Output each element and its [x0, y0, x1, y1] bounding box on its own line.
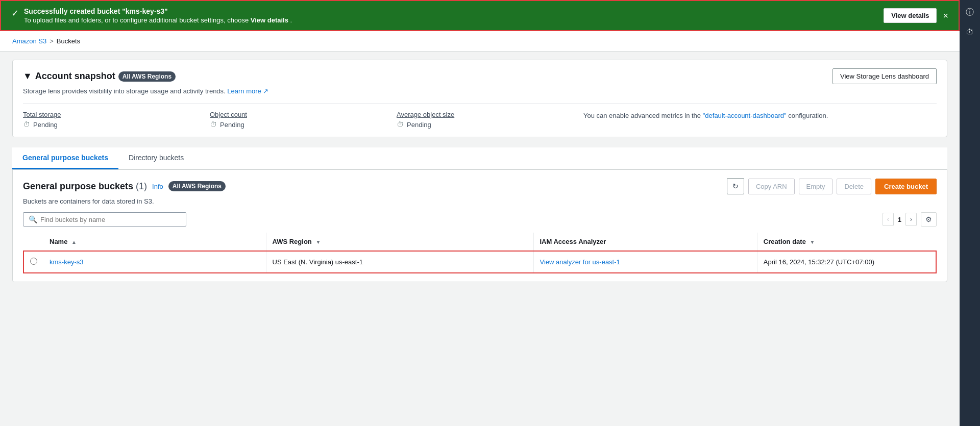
table-settings-button[interactable]: ⚙: [921, 212, 937, 227]
row-radio-input[interactable]: [30, 258, 37, 265]
metric-advanced: You can enable advanced metrics in the "…: [583, 111, 937, 129]
breadcrumb-current: Buckets: [57, 37, 80, 45]
chevron-right-icon: ›: [910, 216, 912, 223]
table-body: kms-key-s3 US East (N. Virginia) us-east…: [23, 251, 936, 273]
regions-badge: All AWS Regions: [168, 181, 226, 191]
row-radio-cell[interactable]: [23, 251, 43, 273]
pagination-next-button[interactable]: ›: [905, 213, 917, 226]
buckets-description: Buckets are containers for data stored i…: [23, 197, 937, 205]
gear-icon: ⚙: [925, 215, 932, 223]
sort-name-icon: ▲: [71, 239, 77, 245]
refresh-button[interactable]: ↻: [727, 178, 744, 194]
info-icon: ⓘ: [966, 8, 974, 16]
empty-button[interactable]: Empty: [799, 179, 833, 194]
total-storage-value: ⏱ Pending: [23, 120, 200, 129]
row-name-cell: kms-key-s3: [43, 251, 266, 273]
storage-lens-button[interactable]: View Storage Lens dashboard: [832, 68, 937, 84]
buckets-section: General purpose buckets (1) Info All AWS…: [12, 169, 947, 282]
breadcrumb-separator: >: [50, 37, 54, 45]
buckets-title-row: General purpose buckets (1) Info All AWS…: [23, 181, 226, 192]
buckets-actions: ↻ Copy ARN Empty Delete Create bucket: [727, 178, 937, 194]
snapshot-header: ▼ Account snapshot All AWS Regions View …: [23, 68, 937, 84]
search-input[interactable]: [40, 216, 181, 223]
notification-subtitle: To upload files and folders, or to confi…: [24, 16, 292, 24]
right-icon-panel: ⓘ ⏱: [960, 0, 980, 290]
snapshot-title-text: Account snapshot: [35, 71, 115, 82]
buckets-table: Name ▲ AWS Region ▼ IAM Access Analyzer …: [23, 233, 937, 273]
close-notification-button[interactable]: ×: [943, 11, 948, 20]
breadcrumb-section: Amazon S3 > Buckets: [0, 31, 960, 52]
total-storage-label[interactable]: Total storage: [23, 111, 200, 118]
object-count-label[interactable]: Object count: [210, 111, 386, 118]
buckets-header: General purpose buckets (1) Info All AWS…: [23, 178, 937, 194]
buckets-section-title: General purpose buckets (1): [23, 181, 147, 192]
snapshot-title: ▼ Account snapshot All AWS Regions: [23, 71, 176, 82]
history-icon: ⏱: [966, 28, 974, 37]
sort-date-icon: ▼: [810, 239, 815, 245]
table-header-iam: IAM Access Analyzer: [533, 233, 757, 251]
default-dashboard-link[interactable]: "default-account-dashboard": [703, 112, 789, 119]
buckets-count: (1): [136, 181, 147, 191]
iam-analyzer-link[interactable]: View analyzer for us-east-1: [540, 258, 620, 266]
avg-object-size-label[interactable]: Average object size: [397, 111, 573, 118]
search-icon: 🔍: [29, 215, 37, 223]
metric-avg-size: Average object size ⏱ Pending: [397, 111, 583, 129]
clock-icon-1: ⏱: [23, 120, 30, 129]
tabs-container: General purpose buckets Directory bucket…: [12, 147, 947, 169]
snapshot-description: Storage lens provides visibility into st…: [23, 87, 937, 95]
page-number: 1: [898, 216, 901, 223]
table-header-name[interactable]: Name ▲: [43, 233, 266, 251]
external-link-icon: ↗: [263, 87, 268, 95]
history-icon-button[interactable]: ⏱: [963, 25, 977, 40]
snapshot-region-badge: All AWS Regions: [118, 71, 176, 82]
metric-object-count: Object count ⏱ Pending: [210, 111, 397, 129]
notification-actions: View details ×: [884, 8, 948, 23]
metric-total-storage: Total storage ⏱ Pending: [23, 111, 210, 129]
clock-icon-2: ⏱: [210, 120, 217, 129]
table-header-radio: [23, 233, 43, 251]
snapshot-metrics: Total storage ⏱ Pending Object count ⏱ P…: [23, 103, 937, 129]
table-header-region[interactable]: AWS Region ▼: [266, 233, 533, 251]
row-region-cell: US East (N. Virginia) us-east-1: [266, 251, 533, 273]
chevron-left-icon: ‹: [887, 216, 889, 223]
breadcrumb: Amazon S3 > Buckets: [12, 37, 947, 45]
notification-bar: ✓ Successfully created bucket "kms-key-s…: [0, 0, 960, 31]
page-content: ▼ Account snapshot All AWS Regions View …: [0, 52, 960, 290]
refresh-icon: ↻: [732, 182, 739, 190]
snapshot-title-row: ▼ Account snapshot All AWS Regions: [23, 71, 176, 82]
info-badge[interactable]: Info: [152, 183, 163, 190]
breadcrumb-s3-link[interactable]: Amazon S3: [12, 37, 46, 45]
check-circle-icon: ✓: [11, 8, 19, 19]
notification-title: Successfully created bucket "kms-key-s3": [24, 7, 292, 15]
view-details-button[interactable]: View details: [884, 8, 937, 23]
tab-general-purpose[interactable]: General purpose buckets: [12, 147, 118, 169]
sort-region-icon: ▼: [315, 239, 321, 245]
search-box: 🔍: [23, 212, 186, 227]
row-iam-cell: View analyzer for us-east-1: [533, 251, 757, 273]
copy-arn-button[interactable]: Copy ARN: [748, 179, 795, 194]
create-bucket-button[interactable]: Create bucket: [875, 179, 937, 194]
avg-object-size-value: ⏱ Pending: [397, 120, 573, 129]
notification-text: Successfully created bucket "kms-key-s3"…: [24, 7, 292, 24]
info-icon-button[interactable]: ⓘ: [963, 4, 977, 21]
pagination-controls: ‹ 1 › ⚙: [883, 212, 937, 227]
bucket-creation-date: April 16, 2024, 15:32:27 (UTC+07:00): [764, 258, 874, 266]
bucket-name-link[interactable]: kms-key-s3: [50, 258, 83, 266]
tab-directory[interactable]: Directory buckets: [118, 147, 194, 169]
table-header: Name ▲ AWS Region ▼ IAM Access Analyzer …: [23, 233, 936, 251]
snapshot-arrow-icon: ▼: [23, 71, 32, 82]
account-snapshot: ▼ Account snapshot All AWS Regions View …: [12, 60, 947, 137]
clock-icon-3: ⏱: [397, 120, 404, 129]
learn-more-link[interactable]: Learn more ↗: [227, 87, 268, 95]
notification-content: ✓ Successfully created bucket "kms-key-s…: [11, 7, 292, 24]
bucket-region: US East (N. Virginia) us-east-1: [273, 258, 363, 266]
table-header-date[interactable]: Creation date ▼: [757, 233, 936, 251]
row-date-cell: April 16, 2024, 15:32:27 (UTC+07:00): [757, 251, 936, 273]
pagination-prev-button[interactable]: ‹: [883, 213, 894, 226]
search-pagination-row: 🔍 ‹ 1 › ⚙: [23, 212, 937, 227]
table-row: kms-key-s3 US East (N. Virginia) us-east…: [23, 251, 936, 273]
delete-button[interactable]: Delete: [837, 179, 871, 194]
object-count-value: ⏱ Pending: [210, 120, 386, 129]
